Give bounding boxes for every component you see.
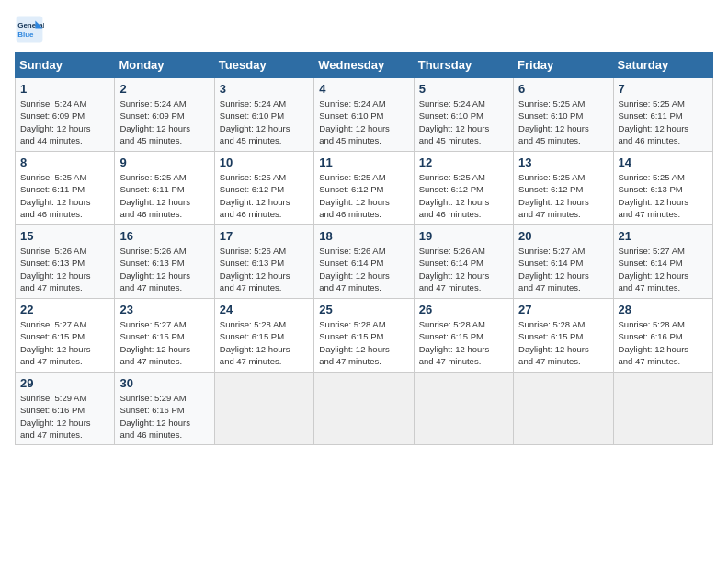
day-number: 21 — [619, 229, 708, 243]
calendar-cell: 12Sunrise: 5:25 AM Sunset: 6:12 PM Dayli… — [414, 152, 513, 225]
calendar-cell: 9Sunrise: 5:25 AM Sunset: 6:11 PM Daylig… — [115, 152, 214, 225]
day-number: 22 — [20, 303, 109, 316]
calendar-cell: 21Sunrise: 5:27 AM Sunset: 6:14 PM Dayli… — [613, 225, 712, 299]
calendar-cell: 4Sunrise: 5:24 AM Sunset: 6:10 PM Daylig… — [314, 78, 414, 152]
calendar-cell — [314, 373, 414, 445]
day-info: Sunrise: 5:28 AM Sunset: 6:15 PM Dayligh… — [319, 318, 408, 367]
day-info: Sunrise: 5:25 AM Sunset: 6:11 PM Dayligh… — [20, 171, 109, 220]
calendar-cell — [214, 373, 313, 445]
day-number: 25 — [319, 303, 408, 316]
calendar-week-1: 1Sunrise: 5:24 AM Sunset: 6:09 PM Daylig… — [16, 78, 713, 152]
day-number: 7 — [619, 82, 708, 96]
svg-text:Blue: Blue — [17, 30, 34, 39]
calendar-cell: 10Sunrise: 5:25 AM Sunset: 6:12 PM Dayli… — [214, 152, 313, 225]
day-info: Sunrise: 5:25 AM Sunset: 6:12 PM Dayligh… — [419, 171, 508, 220]
day-number: 6 — [518, 82, 608, 96]
day-info: Sunrise: 5:25 AM Sunset: 6:12 PM Dayligh… — [220, 171, 309, 220]
header: General Blue — [15, 15, 713, 44]
day-info: Sunrise: 5:25 AM Sunset: 6:12 PM Dayligh… — [319, 171, 408, 220]
calendar-week-4: 22Sunrise: 5:27 AM Sunset: 6:15 PM Dayli… — [16, 299, 713, 373]
day-number: 26 — [419, 303, 508, 316]
day-info: Sunrise: 5:26 AM Sunset: 6:13 PM Dayligh… — [220, 245, 309, 293]
calendar-cell: 29Sunrise: 5:29 AM Sunset: 6:16 PM Dayli… — [16, 373, 115, 445]
weekday-header-monday: Monday — [115, 52, 214, 78]
day-number: 3 — [220, 82, 309, 96]
calendar-cell: 19Sunrise: 5:26 AM Sunset: 6:14 PM Dayli… — [414, 225, 513, 299]
logo: General Blue — [15, 15, 48, 44]
calendar-cell: 30Sunrise: 5:29 AM Sunset: 6:16 PM Dayli… — [115, 373, 214, 445]
day-info: Sunrise: 5:27 AM Sunset: 6:14 PM Dayligh… — [518, 245, 608, 293]
weekday-header-thursday: Thursday — [414, 52, 513, 78]
day-info: Sunrise: 5:24 AM Sunset: 6:10 PM Dayligh… — [419, 98, 508, 146]
day-info: Sunrise: 5:25 AM Sunset: 6:10 PM Dayligh… — [518, 98, 608, 146]
day-number: 15 — [20, 229, 109, 243]
weekday-header-friday: Friday — [514, 52, 613, 78]
calendar-body: 1Sunrise: 5:24 AM Sunset: 6:09 PM Daylig… — [16, 78, 713, 445]
day-number: 23 — [119, 303, 209, 316]
day-info: Sunrise: 5:28 AM Sunset: 6:15 PM Dayligh… — [419, 318, 508, 367]
day-number: 14 — [619, 155, 708, 169]
weekday-header-tuesday: Tuesday — [214, 52, 313, 78]
calendar-cell — [414, 373, 513, 445]
day-number: 5 — [419, 82, 508, 96]
day-info: Sunrise: 5:26 AM Sunset: 6:14 PM Dayligh… — [419, 245, 508, 293]
day-number: 10 — [220, 155, 309, 169]
calendar-cell: 16Sunrise: 5:26 AM Sunset: 6:13 PM Dayli… — [115, 225, 214, 299]
calendar-cell — [613, 373, 712, 445]
day-number: 1 — [20, 82, 109, 96]
day-info: Sunrise: 5:28 AM Sunset: 6:16 PM Dayligh… — [619, 318, 708, 367]
day-number: 8 — [20, 155, 109, 169]
calendar-cell: 22Sunrise: 5:27 AM Sunset: 6:15 PM Dayli… — [16, 299, 115, 373]
logo-icon: General Blue — [15, 15, 44, 44]
day-number: 17 — [220, 229, 309, 243]
weekday-header-wednesday: Wednesday — [314, 52, 414, 78]
calendar-cell: 13Sunrise: 5:25 AM Sunset: 6:12 PM Dayli… — [514, 152, 613, 225]
day-number: 28 — [619, 303, 708, 316]
day-info: Sunrise: 5:29 AM Sunset: 6:16 PM Dayligh… — [119, 392, 209, 441]
day-info: Sunrise: 5:27 AM Sunset: 6:14 PM Dayligh… — [619, 245, 708, 293]
day-number: 12 — [419, 155, 508, 169]
day-info: Sunrise: 5:25 AM Sunset: 6:12 PM Dayligh… — [518, 171, 608, 220]
calendar-week-2: 8Sunrise: 5:25 AM Sunset: 6:11 PM Daylig… — [16, 152, 713, 225]
day-number: 19 — [419, 229, 508, 243]
day-info: Sunrise: 5:24 AM Sunset: 6:09 PM Dayligh… — [119, 98, 209, 146]
day-info: Sunrise: 5:26 AM Sunset: 6:14 PM Dayligh… — [319, 245, 408, 293]
day-info: Sunrise: 5:25 AM Sunset: 6:11 PM Dayligh… — [619, 98, 708, 146]
day-number: 16 — [119, 229, 209, 243]
day-number: 30 — [119, 376, 209, 390]
calendar-cell: 18Sunrise: 5:26 AM Sunset: 6:14 PM Dayli… — [314, 225, 414, 299]
calendar-week-3: 15Sunrise: 5:26 AM Sunset: 6:13 PM Dayli… — [16, 225, 713, 299]
day-number: 4 — [319, 82, 408, 96]
calendar-week-5: 29Sunrise: 5:29 AM Sunset: 6:16 PM Dayli… — [16, 373, 713, 445]
calendar-table: SundayMondayTuesdayWednesdayThursdayFrid… — [15, 52, 713, 445]
day-info: Sunrise: 5:26 AM Sunset: 6:13 PM Dayligh… — [119, 245, 209, 293]
day-info: Sunrise: 5:28 AM Sunset: 6:15 PM Dayligh… — [220, 318, 309, 367]
calendar-cell: 1Sunrise: 5:24 AM Sunset: 6:09 PM Daylig… — [16, 78, 115, 152]
day-info: Sunrise: 5:27 AM Sunset: 6:15 PM Dayligh… — [20, 318, 109, 367]
calendar-cell: 5Sunrise: 5:24 AM Sunset: 6:10 PM Daylig… — [414, 78, 513, 152]
calendar-cell: 20Sunrise: 5:27 AM Sunset: 6:14 PM Dayli… — [514, 225, 613, 299]
calendar-cell: 2Sunrise: 5:24 AM Sunset: 6:09 PM Daylig… — [115, 78, 214, 152]
calendar-cell: 3Sunrise: 5:24 AM Sunset: 6:10 PM Daylig… — [214, 78, 313, 152]
day-info: Sunrise: 5:25 AM Sunset: 6:13 PM Dayligh… — [619, 171, 708, 220]
calendar-cell: 23Sunrise: 5:27 AM Sunset: 6:15 PM Dayli… — [115, 299, 214, 373]
day-number: 29 — [20, 376, 109, 390]
calendar-cell: 8Sunrise: 5:25 AM Sunset: 6:11 PM Daylig… — [16, 152, 115, 225]
calendar-cell: 6Sunrise: 5:25 AM Sunset: 6:10 PM Daylig… — [514, 78, 613, 152]
day-number: 20 — [518, 229, 608, 243]
day-number: 13 — [518, 155, 608, 169]
weekday-header-saturday: Saturday — [613, 52, 712, 78]
day-number: 27 — [518, 303, 608, 316]
day-number: 24 — [220, 303, 309, 316]
calendar-cell: 25Sunrise: 5:28 AM Sunset: 6:15 PM Dayli… — [314, 299, 414, 373]
day-number: 11 — [319, 155, 408, 169]
day-info: Sunrise: 5:24 AM Sunset: 6:10 PM Dayligh… — [319, 98, 408, 146]
calendar-cell: 17Sunrise: 5:26 AM Sunset: 6:13 PM Dayli… — [214, 225, 313, 299]
day-info: Sunrise: 5:25 AM Sunset: 6:11 PM Dayligh… — [119, 171, 209, 220]
day-info: Sunrise: 5:27 AM Sunset: 6:15 PM Dayligh… — [119, 318, 209, 367]
calendar-cell: 24Sunrise: 5:28 AM Sunset: 6:15 PM Dayli… — [214, 299, 313, 373]
calendar-cell: 15Sunrise: 5:26 AM Sunset: 6:13 PM Dayli… — [16, 225, 115, 299]
weekday-header-row: SundayMondayTuesdayWednesdayThursdayFrid… — [16, 52, 713, 78]
calendar-cell: 11Sunrise: 5:25 AM Sunset: 6:12 PM Dayli… — [314, 152, 414, 225]
calendar-cell — [514, 373, 613, 445]
